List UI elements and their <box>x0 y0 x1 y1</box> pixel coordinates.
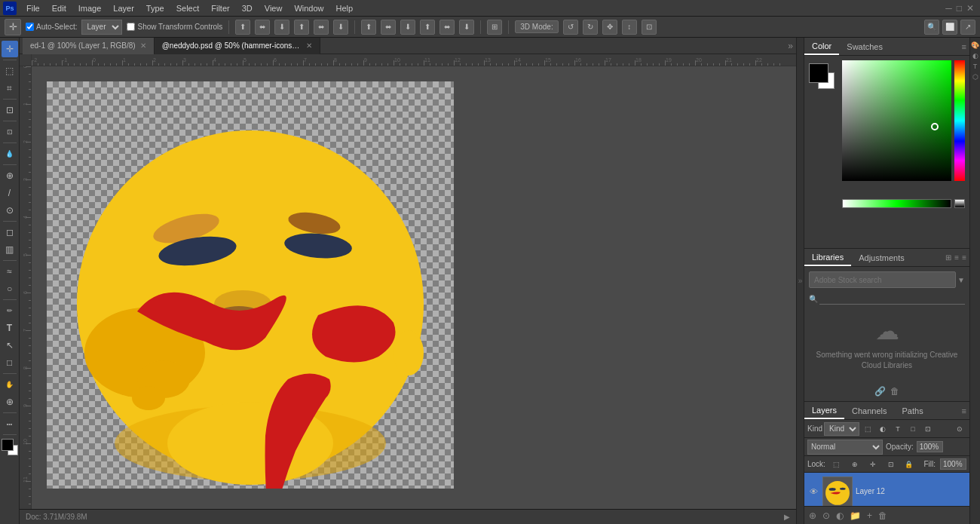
library-filter-input[interactable] <box>819 293 965 305</box>
add-adjustment-icon[interactable]: ◐ <box>836 510 844 521</box>
align-top[interactable]: ⬆ <box>235 20 250 35</box>
tab-swatches[interactable]: Swatches <box>839 39 890 54</box>
panel-toggle-handle[interactable]: » <box>796 38 804 524</box>
filter-shape-icon[interactable]: □ <box>906 422 920 436</box>
filter-adjust-icon[interactable]: ◐ <box>876 422 890 436</box>
layer-kind-select[interactable]: Layer Group <box>81 20 122 35</box>
type-tool[interactable]: T <box>2 320 18 336</box>
dodge-tool[interactable]: ○ <box>2 280 18 297</box>
menu-type[interactable]: Type <box>141 2 170 14</box>
menu-window[interactable]: Window <box>289 2 329 14</box>
transform-controls-checkbox[interactable] <box>127 23 135 31</box>
3d-pan[interactable]: ✥ <box>602 20 617 35</box>
menu-edit[interactable]: Edit <box>47 2 72 14</box>
path-select-tool[interactable]: ↖ <box>2 337 18 354</box>
add-mask-icon[interactable]: ⊙ <box>822 510 830 521</box>
tab-0-close[interactable]: ✕ <box>140 41 146 50</box>
brush-tool[interactable]: / <box>2 185 18 201</box>
layer-0-visibility[interactable]: 👁 <box>807 486 819 498</box>
menu-3d[interactable]: 3D <box>237 2 258 14</box>
align-left[interactable]: ⬆ <box>294 20 309 35</box>
menu-filter[interactable]: Filter <box>206 2 234 14</box>
3d-rotate[interactable]: ↺ <box>563 20 578 35</box>
move-tool-icon[interactable]: ✛ <box>5 19 21 35</box>
fill-input[interactable] <box>940 458 966 470</box>
foreground-color[interactable] <box>2 439 14 451</box>
align-right[interactable]: ⬇ <box>333 20 348 35</box>
blur-tool[interactable]: ≈ <box>2 263 18 280</box>
window-close[interactable]: ✕ <box>966 3 974 14</box>
opacity-input[interactable] <box>917 441 943 452</box>
panel-adjust-icon[interactable]: ◐ <box>971 51 980 60</box>
auto-select-checkbox[interactable] <box>26 23 34 31</box>
magic-wand-tool[interactable]: ⊡ <box>2 102 18 118</box>
menu-help[interactable]: Help <box>331 2 359 14</box>
tab-paths[interactable]: Paths <box>895 403 931 418</box>
fg-bg-color[interactable] <box>2 439 18 460</box>
create-group-icon[interactable]: 📁 <box>850 510 861 521</box>
libraries-grid-view[interactable]: ⊞ <box>945 253 951 262</box>
hue-slider[interactable] <box>954 60 965 181</box>
tab-1[interactable]: @neddydo.psd @ 50% (hammer-icons-no-attr… <box>155 38 320 54</box>
create-new-layer-icon[interactable]: + <box>867 510 872 521</box>
move-tool[interactable]: ✛ <box>2 41 18 57</box>
align-vcenter[interactable]: ⬌ <box>255 20 270 35</box>
opacity-slider-color[interactable] <box>954 199 965 208</box>
distribute-bottom[interactable]: ⬇ <box>400 20 415 35</box>
tab-color[interactable]: Color <box>804 38 839 55</box>
lock-transparent-icon[interactable]: ⬚ <box>830 458 844 471</box>
pen-tool[interactable]: ✏ <box>2 302 18 319</box>
lock-pixels-icon[interactable]: ⊕ <box>848 458 862 471</box>
tab-channels[interactable]: Channels <box>844 403 894 418</box>
lock-position-icon[interactable]: ✛ <box>866 458 880 471</box>
libraries-trash-icon[interactable]: 🗑 <box>890 386 899 397</box>
hand-tool[interactable]: ✋ <box>2 376 18 393</box>
distribute-left[interactable]: ⬆ <box>420 20 435 35</box>
align-hcenter[interactable]: ⬌ <box>314 20 329 35</box>
share-icon[interactable]: ↗ <box>960 20 975 35</box>
window-maximize[interactable]: □ <box>957 3 962 14</box>
window-minimize[interactable]: ─ <box>945 3 952 14</box>
menu-image[interactable]: Image <box>73 2 107 14</box>
brightness-slider[interactable] <box>842 199 951 208</box>
auto-align[interactable]: ⊞ <box>487 20 502 35</box>
add-layer-style-icon[interactable]: ⊕ <box>809 510 816 521</box>
3d-slide[interactable]: ↕ <box>622 20 637 35</box>
rectangular-select-tool[interactable]: ⬚ <box>2 63 18 79</box>
gradient-tool[interactable]: ▥ <box>2 241 18 258</box>
library-search-chevron[interactable]: ▼ <box>957 276 965 284</box>
tab-1-close[interactable]: ✕ <box>306 41 312 50</box>
blend-mode-select[interactable]: Normal Multiply Screen Overlay <box>807 440 883 455</box>
lasso-tool[interactable]: ⌗ <box>2 80 18 97</box>
panel-collapse-btn[interactable]: » <box>788 41 793 51</box>
distribute-vcenter[interactable]: ⬌ <box>381 20 396 35</box>
filter-pixel-icon[interactable]: ⬚ <box>861 422 874 436</box>
filter-type-icon[interactable]: T <box>891 422 905 436</box>
tab-layers[interactable]: Layers <box>804 403 844 419</box>
tab-libraries[interactable]: Libraries <box>804 250 851 266</box>
panel-color-icon[interactable]: 🎨 <box>971 41 980 50</box>
panel-type-icon[interactable]: T <box>971 62 980 71</box>
libraries-list-view[interactable]: ≡ <box>954 253 959 262</box>
layers-panel-menu[interactable]: ≡ <box>962 406 966 415</box>
distribute-top[interactable]: ⬆ <box>361 20 376 35</box>
color-gradient-picker[interactable] <box>842 60 951 181</box>
healing-brush-tool[interactable]: ⊕ <box>2 167 18 184</box>
menu-layer[interactable]: Layer <box>108 2 139 14</box>
libraries-link-icon[interactable]: 🔗 <box>874 386 886 397</box>
foreground-swatch[interactable] <box>809 63 828 83</box>
filter-smart-icon[interactable]: ⊡ <box>921 422 935 436</box>
filter-toggle[interactable]: ⊙ <box>953 422 966 436</box>
delete-layer-icon[interactable]: 🗑 <box>878 510 887 521</box>
panel-3d-icon[interactable]: ⬡ <box>971 72 980 81</box>
shape-tool[interactable]: □ <box>2 354 18 371</box>
lock-all-icon[interactable]: 🔒 <box>902 458 916 471</box>
layer-filter-select[interactable]: Kind <box>824 422 859 436</box>
layer-item-0[interactable]: 👁 Layer 12 <box>804 473 969 506</box>
align-bottom[interactable]: ⬇ <box>274 20 289 35</box>
crop-tool[interactable]: ⊡ <box>2 124 18 140</box>
libraries-menu[interactable]: ≡ <box>962 253 966 262</box>
more-tools[interactable]: ••• <box>2 415 18 432</box>
layout-icon[interactable]: ⬜ <box>942 20 957 35</box>
zoom-tool[interactable]: ⊕ <box>2 394 18 410</box>
